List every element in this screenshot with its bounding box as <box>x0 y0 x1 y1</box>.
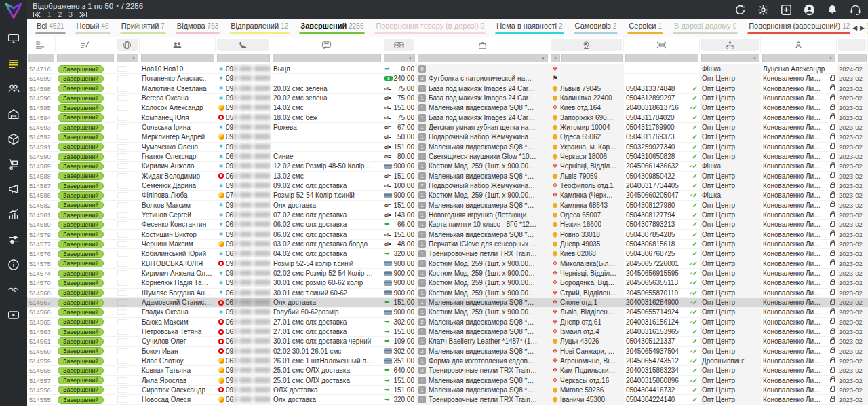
table-row[interactable]: 514716ЗавершенийНов10 Нов10✶098 888 8888… <box>27 64 868 74</box>
tab-Прийнятий[interactable]: Прийнятий7 <box>120 19 166 37</box>
filter-input-funnel[interactable]: ▼ <box>701 54 760 62</box>
table-row[interactable]: 514595ЗавершенийКолосок Александр098 888… <box>27 103 868 113</box>
column-header-product[interactable] <box>416 37 549 52</box>
filter-input-tracking[interactable] <box>625 54 698 62</box>
column-header-id[interactable]: ID <box>27 37 56 52</box>
column-header-date[interactable] <box>837 37 868 52</box>
filter-input-status[interactable] <box>57 54 114 62</box>
column-header-country[interactable] <box>115 37 140 52</box>
page-number[interactable]: 3 <box>68 11 73 19</box>
column-header-funnel[interactable] <box>700 37 761 52</box>
status-badge[interactable]: Завершений <box>58 230 104 238</box>
sidebar-item-tutorials[interactable] <box>0 302 27 327</box>
last-page-icon[interactable] <box>79 12 87 18</box>
status-badge[interactable]: Завершений <box>58 65 104 73</box>
status-badge[interactable]: Завершений <box>58 211 104 219</box>
add-icon[interactable] <box>781 4 792 16</box>
table-row[interactable]: 514575ЗавершенийКВІТОВСЬКА ЮЛІЯ098 888 8… <box>27 259 868 269</box>
table-row[interactable]: 514590ЗавершенийГнатюк Олексндр✶068 888 … <box>27 152 868 162</box>
tab-Сервіси[interactable]: Сервіси1 <box>627 19 663 37</box>
first-page-icon[interactable] <box>33 12 41 18</box>
tab-Нема в наявності[interactable]: Нема в наявності2 <box>495 19 564 37</box>
status-badge[interactable]: Завершений <box>58 259 104 267</box>
column-header-comment[interactable] <box>271 37 382 52</box>
bell-icon[interactable] <box>827 4 838 16</box>
table-row[interactable]: 514566ЗавершенийГладик Оксана✶098 888 88… <box>27 308 868 317</box>
status-badge[interactable]: Завершений <box>58 299 104 307</box>
table-row[interactable]: 514594ЗавершенийКомпанец Юля058 888 8888… <box>27 113 868 123</box>
table-row[interactable]: 514561ЗавершенийСучилов Олег068 888 8888… <box>27 337 868 346</box>
filter-input-location[interactable] <box>561 54 623 62</box>
table-row[interactable]: 514568ЗавершенийШумляс Богдана Ан…✶068 8… <box>27 289 868 298</box>
tab-Самовивіз[interactable]: Самовивіз2 <box>574 19 618 37</box>
filter-input-name[interactable] <box>141 54 214 62</box>
sidebar-item-clients[interactable] <box>0 76 27 101</box>
filter-input-date[interactable] <box>838 54 867 62</box>
sidebar-item-purchases[interactable] <box>0 151 27 177</box>
column-header-money[interactable] <box>382 37 416 52</box>
tabs-scroll-right-icon[interactable]: ▶ <box>860 24 865 31</box>
status-badge[interactable]: Завершений <box>58 386 104 394</box>
filter-input-phone[interactable] <box>217 54 270 62</box>
status-badge[interactable]: Завершений <box>58 367 104 375</box>
status-badge[interactable]: Завершений <box>58 308 104 316</box>
status-badge[interactable]: Завершений <box>58 376 104 384</box>
tab-Відправлений[interactable]: Відправлений12 <box>229 19 290 37</box>
tab-Завершений[interactable]: Завершений2256 <box>299 19 365 37</box>
table-row[interactable]: 514580ЗавершенийФесенко Константин✶068 8… <box>27 220 868 229</box>
table-row[interactable]: 514567ЗавершенийАдамовский Станис…068 88… <box>27 298 868 308</box>
table-row[interactable]: 514596ЗавершенийВегера Оксана✶098 888 88… <box>27 94 868 103</box>
status-badge[interactable]: Завершений <box>58 75 104 83</box>
column-header-status[interactable] <box>56 37 115 52</box>
status-badge[interactable]: Завершений <box>58 337 104 346</box>
table-row[interactable]: 514577ЗавершенийЧерниш Максим098 888 888… <box>27 240 868 249</box>
status-badge[interactable]: Завершений <box>58 94 104 103</box>
sidebar-item-statistics[interactable] <box>0 202 27 227</box>
filter-input-country[interactable]: ▼ <box>117 54 138 62</box>
filter-input-money[interactable]: ▼ <box>384 54 415 62</box>
status-badge[interactable]: Завершений <box>58 318 104 326</box>
sidebar-item-info[interactable] <box>0 252 27 277</box>
status-badge[interactable]: Завершений <box>58 133 104 141</box>
status-badge[interactable]: Завершений <box>58 279 104 287</box>
status-badge[interactable]: Завершений <box>58 182 104 190</box>
sidebar-item-partners[interactable] <box>0 277 27 302</box>
tab-Новый[interactable]: Новый46 <box>75 19 111 37</box>
status-badge[interactable]: Завершений <box>58 124 104 132</box>
column-header-phone[interactable] <box>216 37 271 52</box>
table-row[interactable]: 514591ЗавершенийЧумаченко Олена✶098 888 … <box>27 143 868 152</box>
status-badge[interactable]: Завершений <box>58 221 104 229</box>
column-header-tracking[interactable] <box>624 37 700 52</box>
table-row[interactable]: 514557ЗавершенийЛила Ярослав098 888 8888… <box>27 376 868 386</box>
column-header-location[interactable] <box>549 37 624 52</box>
refresh-icon[interactable] <box>734 4 746 16</box>
table-row[interactable]: 514563ЗавершенийПетровська Тетяна068 888… <box>27 327 868 337</box>
status-badge[interactable]: Завершений <box>58 250 104 258</box>
page-number[interactable]: 2 <box>58 11 62 19</box>
status-badge[interactable]: Завершений <box>58 240 104 248</box>
table-row[interactable]: 514555ЗавершенийНовосад Олеся068 888 888… <box>27 395 868 405</box>
sidebar-item-products[interactable] <box>0 126 27 151</box>
page-number[interactable]: 1 <box>47 11 52 19</box>
status-badge[interactable]: Завершений <box>58 172 104 180</box>
status-badge[interactable]: Завершений <box>58 289 104 297</box>
table-row[interactable]: 514588ЗавершенийЖидак Володимир068 888 8… <box>27 172 868 181</box>
table-row[interactable]: 514598ЗавершенийМалютина Светлана✶098 88… <box>27 84 868 94</box>
status-badge[interactable]: Завершений <box>58 191 104 200</box>
table-row[interactable]: 514581ЗавершенийУстинов Сергей✶068 888 8… <box>27 210 868 220</box>
status-badge[interactable]: Завершений <box>58 396 104 404</box>
table-row[interactable]: 514599ЗавершенийПотапенко Анастас..✶098 … <box>27 74 868 84</box>
tabs-scroll-left-icon[interactable]: ◀ <box>852 24 857 31</box>
support-icon[interactable] <box>850 4 861 16</box>
status-badge[interactable]: Завершений <box>58 347 104 355</box>
table-row[interactable]: 514589ЗавершенийКирилич Анжела✶098 888 8… <box>27 162 868 171</box>
status-badge[interactable]: Завершений <box>58 104 104 112</box>
tab-Відмова[interactable]: Відмова763 <box>176 19 220 37</box>
column-header-manager[interactable] <box>761 37 837 52</box>
filter-input-comment[interactable] <box>273 54 381 62</box>
table-row[interactable]: 514565ЗавершенийБаюка Максим068 888 8888… <box>27 318 868 327</box>
table-row[interactable]: 514592ЗавершенийМерклингер Андрей098 888… <box>27 132 868 142</box>
table-row[interactable]: 514570ЗавершенийКорнелюк Надія Та…✶098 8… <box>27 278 868 288</box>
status-badge[interactable]: Завершений <box>58 162 104 170</box>
sidebar-item-settings[interactable] <box>0 227 27 252</box>
